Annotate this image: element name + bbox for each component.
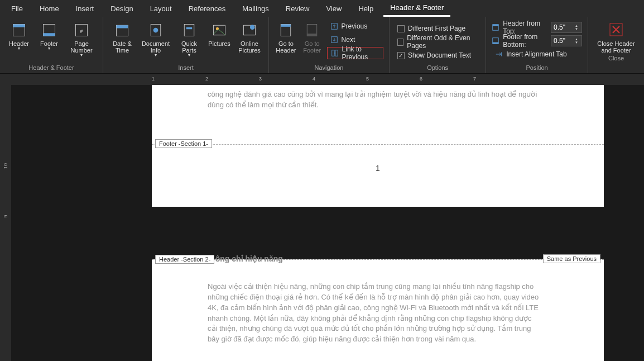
same-as-previous-tag: Same as Previous bbox=[543, 254, 600, 263]
page-2: Header -Section 2- Same as Previous ông … bbox=[152, 259, 604, 361]
tab-layout[interactable]: Layout bbox=[143, 1, 179, 16]
svg-rect-7 bbox=[117, 25, 128, 28]
page2-body-text: Ngoài việc cải thiện hiệu năng, những co… bbox=[152, 273, 604, 345]
ruler-mark: 4 bbox=[313, 76, 315, 82]
document-info-button[interactable]: Document Info▾ bbox=[139, 19, 172, 63]
page-number-icon: # bbox=[73, 21, 90, 39]
document-canvas[interactable]: công nghệ đánh giá cao cũng bởi vì mang … bbox=[11, 85, 644, 361]
page-number-label: Page Number bbox=[66, 40, 97, 54]
group-insert: Date & Time Document Info▾ Quick Parts▾ … bbox=[103, 17, 269, 73]
svg-rect-23 bbox=[335, 50, 337, 56]
close-icon bbox=[609, 22, 623, 38]
show-doc-label: Show Document Text bbox=[408, 51, 471, 59]
tab-view[interactable]: View bbox=[319, 1, 348, 16]
ruler-mark: 9 bbox=[3, 215, 8, 217]
header-icon bbox=[10, 21, 28, 39]
link-to-previous-label: Link to Previous bbox=[342, 45, 379, 61]
tab-review[interactable]: Review bbox=[279, 1, 316, 16]
tab-design[interactable]: Design bbox=[104, 1, 140, 16]
document-info-label: Document Info bbox=[139, 40, 172, 54]
footer-button[interactable]: Footer▾ bbox=[36, 19, 63, 63]
diff-odd-even-label: Different Odd & Even Pages bbox=[407, 34, 478, 50]
header-top-icon bbox=[492, 23, 499, 31]
previous-button[interactable]: Previous bbox=[327, 20, 383, 32]
quick-parts-button[interactable]: Quick Parts▾ bbox=[176, 19, 203, 63]
menu-tabs: File Home Insert Design Layout Reference… bbox=[0, 0, 644, 17]
svg-rect-17 bbox=[281, 25, 291, 27]
group-label-options: Options bbox=[427, 63, 448, 72]
group-label-position: Position bbox=[526, 63, 548, 72]
group-label-close: Close bbox=[608, 54, 624, 63]
calendar-icon bbox=[113, 21, 131, 39]
date-time-button[interactable]: Date & Time bbox=[109, 19, 136, 63]
close-label: Close Header and Footer bbox=[594, 40, 638, 54]
ruler-horizontal[interactable]: 1234567 bbox=[0, 74, 644, 85]
header-from-top-row: Header from Top: ▲▼ bbox=[492, 21, 582, 34]
footer-section-tag[interactable]: Footer -Section 1- bbox=[155, 139, 212, 148]
date-time-label: Date & Time bbox=[109, 40, 136, 54]
svg-rect-1 bbox=[13, 25, 25, 27]
goto-header-button[interactable]: Go to Header bbox=[275, 19, 297, 63]
tab-mailings[interactable]: Mailings bbox=[236, 1, 276, 16]
online-pictures-icon bbox=[241, 21, 258, 39]
page1-body-text: công nghệ đánh giá cao cũng bởi vì mang … bbox=[152, 85, 604, 111]
quick-parts-label: Quick Parts bbox=[176, 40, 203, 54]
ribbon: Header▾ Footer▾ # Page Number▾ Header & … bbox=[0, 17, 644, 74]
show-document-text-checkbox[interactable]: ✓Show Document Text bbox=[395, 49, 480, 61]
ruler-mark: 1 bbox=[152, 76, 155, 82]
footer-from-bottom-input[interactable]: ▲▼ bbox=[551, 35, 582, 46]
goto-header-label: Go to Header bbox=[275, 40, 297, 54]
group-position: Header from Top: ▲▼ Footer from Bottom: … bbox=[486, 17, 588, 73]
group-label-nav: Navigation bbox=[314, 63, 343, 72]
tab-references[interactable]: References bbox=[182, 1, 232, 16]
goto-footer-button: Go to Footer bbox=[301, 19, 324, 63]
header-section-tag[interactable]: Header -Section 2- bbox=[155, 255, 214, 264]
close-header-footer-button[interactable]: Close Header and Footer bbox=[594, 19, 638, 54]
tab-file[interactable]: File bbox=[4, 1, 30, 16]
page2-heading: ông chỉ hiệu năng bbox=[215, 254, 283, 263]
ruler-mark: 6 bbox=[420, 76, 422, 82]
different-first-page-checkbox[interactable]: Different First Page bbox=[395, 22, 480, 35]
previous-label: Previous bbox=[342, 22, 368, 30]
insert-alignment-tab-button[interactable]: Insert Alignment Tab bbox=[492, 48, 582, 60]
header-button[interactable]: Header▾ bbox=[6, 19, 32, 63]
header-from-top-input[interactable]: ▲▼ bbox=[551, 22, 582, 33]
online-pictures-label: Online Pictures bbox=[236, 40, 263, 54]
ruler-vertical[interactable]: 10 9 bbox=[0, 85, 11, 361]
svg-rect-19 bbox=[307, 34, 317, 36]
footer-from-bottom-label: Footer from Bottom: bbox=[503, 33, 547, 49]
next-label: Next bbox=[342, 36, 355, 44]
tab-help[interactable]: Help bbox=[352, 1, 380, 16]
quick-parts-icon bbox=[180, 21, 198, 39]
group-header-footer: Header▾ Footer▾ # Page Number▾ Header & … bbox=[0, 17, 103, 73]
goto-header-icon bbox=[277, 21, 295, 39]
online-pictures-button[interactable]: Online Pictures bbox=[236, 19, 263, 63]
checkbox-icon: ✓ bbox=[397, 52, 405, 59]
svg-text:#: # bbox=[80, 28, 83, 34]
svg-rect-22 bbox=[331, 50, 334, 56]
ruler-mark: 10 bbox=[3, 163, 8, 169]
ruler-mark: 5 bbox=[366, 76, 369, 82]
pictures-button[interactable]: Pictures bbox=[206, 19, 233, 63]
tab-insert[interactable]: Insert bbox=[69, 1, 101, 16]
footer-bottom-icon bbox=[492, 37, 499, 45]
ruler-mark: 3 bbox=[259, 76, 262, 82]
svg-rect-11 bbox=[186, 27, 193, 30]
tab-header-footer[interactable]: Header & Footer bbox=[383, 0, 450, 17]
ruler-mark: 2 bbox=[205, 76, 208, 82]
pictures-icon bbox=[210, 21, 228, 39]
group-options: Different First Page Different Odd & Eve… bbox=[390, 17, 486, 73]
different-odd-even-checkbox[interactable]: Different Odd & Even Pages bbox=[395, 36, 480, 48]
tab-home[interactable]: Home bbox=[33, 1, 66, 16]
svg-point-15 bbox=[250, 25, 255, 30]
link-to-previous-button[interactable]: Link to Previous bbox=[327, 47, 383, 59]
footer-icon bbox=[40, 21, 58, 39]
svg-rect-10 bbox=[184, 25, 194, 36]
svg-rect-27 bbox=[493, 42, 499, 44]
page-number-field[interactable]: 1 bbox=[152, 157, 604, 179]
diff-first-label: Different First Page bbox=[408, 25, 465, 32]
group-label-hf: Header & Footer bbox=[28, 63, 74, 72]
next-button[interactable]: Next bbox=[327, 34, 383, 46]
page-number-button[interactable]: # Page Number▾ bbox=[66, 19, 97, 63]
ruler-mark: 7 bbox=[473, 76, 476, 82]
